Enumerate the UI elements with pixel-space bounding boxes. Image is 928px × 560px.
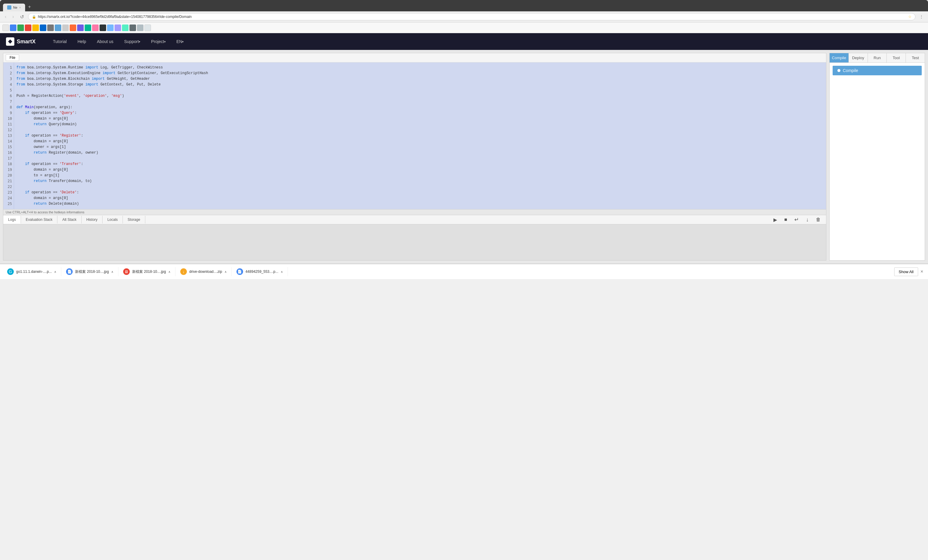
- nav-en[interactable]: EN: [171, 33, 189, 50]
- file-button[interactable]: File: [6, 55, 19, 61]
- nav-about[interactable]: About us: [92, 33, 119, 50]
- line-num-20: 20: [5, 173, 12, 178]
- line-num-2: 2: [5, 70, 12, 76]
- tab-close-btn[interactable]: ×: [19, 6, 21, 9]
- download-arrow-4[interactable]: ∧: [224, 270, 227, 274]
- ext-icon-8: [55, 24, 61, 31]
- tab-storage[interactable]: Storage: [123, 216, 145, 224]
- address-bar[interactable]: 🔒 https://smartx.ont.io/?code=44ce8965ef…: [28, 13, 916, 20]
- step-over-btn[interactable]: ↓: [804, 215, 810, 224]
- nav-help[interactable]: Help: [72, 33, 92, 50]
- nav-tutorial[interactable]: Tutorial: [47, 33, 72, 50]
- app: SmartX Tutorial Help About us Support Pr…: [0, 33, 928, 279]
- tab-favicon: [7, 5, 11, 9]
- download-item-4[interactable]: ↓ drive-download....zip ∧: [176, 267, 232, 276]
- step-into-btn[interactable]: ↵: [792, 215, 801, 224]
- line-num-12: 12: [5, 127, 12, 133]
- browser-chrome: Ne × +: [0, 0, 928, 11]
- download-icon-2: 📄: [66, 268, 73, 275]
- ext-icon-6: [40, 24, 46, 31]
- right-tab-deploy[interactable]: Deploy: [849, 53, 868, 62]
- app-logo[interactable]: SmartX: [6, 37, 35, 46]
- download-name-2: 新檔案 2018-10....jpg: [75, 269, 109, 274]
- lock-icon: 🔒: [32, 15, 36, 19]
- download-arrow-5[interactable]: ∧: [281, 270, 283, 274]
- line-num-4: 4: [5, 82, 12, 88]
- close-downloads-btn[interactable]: ×: [920, 269, 923, 274]
- ext-icon-19: [137, 24, 143, 31]
- reload-btn[interactable]: ↺: [18, 14, 26, 20]
- tab-logs[interactable]: Logs: [3, 216, 21, 224]
- nav-support[interactable]: Support: [119, 33, 146, 50]
- hint-bar: Use CTRL+ALT+H to access the hotkeys inf…: [3, 209, 826, 215]
- line-num-1: 1: [5, 65, 12, 70]
- right-tab-test[interactable]: Test: [906, 53, 925, 62]
- right-tab-tool[interactable]: Tool: [887, 53, 906, 62]
- download-item-1[interactable]: G go1.11.1.darwin-....p... ∧: [5, 267, 61, 276]
- download-arrow-3[interactable]: ∧: [168, 270, 170, 274]
- code-editor[interactable]: from boa.interop.System.Runtime import L…: [14, 62, 826, 209]
- compile-label: Compile: [843, 68, 858, 73]
- ext-icon-12: [85, 24, 91, 31]
- play-btn[interactable]: ▶: [772, 216, 779, 224]
- download-icon-3: 🖼: [123, 268, 130, 275]
- tab-evaluation-stack[interactable]: Evaluation Stack: [21, 216, 57, 224]
- app-nav: SmartX Tutorial Help About us Support Pr…: [0, 33, 928, 50]
- main-content: File 1 2 3 4 5 6 7 8 9 10 11 12 13: [0, 50, 928, 263]
- code-area[interactable]: 1 2 3 4 5 6 7 8 9 10 11 12 13 14 15 16 1: [3, 62, 826, 209]
- right-tab-compile[interactable]: Compile: [830, 53, 849, 62]
- active-tab[interactable]: Ne ×: [3, 4, 25, 11]
- line-num-14: 14: [5, 138, 12, 145]
- nav-links: Tutorial Help About us Support Project E…: [47, 33, 189, 50]
- line-num-5: 5: [5, 88, 12, 93]
- stop-btn[interactable]: ■: [782, 216, 789, 224]
- line-num-15: 15: [5, 145, 12, 150]
- tab-history[interactable]: History: [82, 216, 102, 224]
- logo-text: SmartX: [17, 38, 35, 45]
- line-num-21: 21: [5, 178, 12, 184]
- extension-toolbar: [0, 23, 928, 33]
- extensions-btn[interactable]: ⋮: [918, 14, 925, 20]
- download-item-5[interactable]: 📄 44894259_553....p... ∧: [232, 267, 288, 276]
- right-tab-run[interactable]: Run: [868, 53, 887, 62]
- download-arrow-2[interactable]: ∧: [111, 270, 113, 274]
- back-btn[interactable]: ‹: [3, 14, 8, 20]
- download-arrow-1[interactable]: ∧: [54, 270, 56, 274]
- ext-icon-16: [114, 24, 121, 31]
- downloads-bar: G go1.11.1.darwin-....p... ∧ 📄 新檔案 2018-…: [0, 263, 928, 279]
- bottom-tabs: Logs Evaluation Stack Alt Stack History …: [3, 215, 826, 224]
- download-icon-4: ↓: [180, 268, 187, 275]
- download-name-4: drive-download....zip: [189, 269, 222, 274]
- ext-icon-18: [130, 24, 136, 31]
- tab-locals[interactable]: Locals: [102, 216, 123, 224]
- new-tab-btn[interactable]: +: [25, 2, 34, 11]
- nav-project[interactable]: Project: [146, 33, 171, 50]
- compile-button[interactable]: Compile: [833, 66, 922, 75]
- clear-btn[interactable]: 🗑: [814, 216, 823, 224]
- tab-alt-stack[interactable]: Alt Stack: [57, 216, 81, 224]
- right-tabs: Compile Deploy Run Tool Test: [830, 53, 925, 63]
- show-all-button[interactable]: Show All: [894, 268, 918, 276]
- line-num-13: 13: [5, 133, 12, 138]
- download-item-3[interactable]: 🖼 新檔案 2018-10....jpg ∧: [118, 267, 176, 276]
- download-item-2[interactable]: 📄 新檔案 2018-10....jpg ∧: [61, 267, 118, 276]
- browser-toolbar: ‹ › ↺ 🔒 https://smartx.ont.io/?code=44ce…: [0, 11, 928, 23]
- line-num-22: 22: [5, 184, 12, 190]
- ext-icon-5: [32, 24, 39, 31]
- line-num-9: 9: [5, 110, 12, 116]
- line-num-23: 23: [5, 190, 12, 195]
- line-num-8: 8: [5, 105, 12, 110]
- line-num-6: 6: [5, 93, 12, 99]
- download-name-3: 新檔案 2018-10....jpg: [132, 269, 166, 274]
- download-name-1: go1.11.1.darwin-....p...: [16, 269, 52, 274]
- download-icon-1: G: [7, 268, 14, 275]
- hint-text: Use CTRL+ALT+H to access the hotkeys inf…: [6, 210, 84, 214]
- line-num-11: 11: [5, 122, 12, 127]
- line-num-10: 10: [5, 116, 12, 122]
- ext-icon-1: [2, 24, 9, 31]
- logo-icon: [6, 37, 14, 46]
- star-icon: ☆: [908, 15, 911, 19]
- forward-btn[interactable]: ›: [11, 14, 15, 20]
- line-num-17: 17: [5, 156, 12, 161]
- url-text: https://smartx.ont.io/?code=44ce8965ef9d…: [38, 15, 907, 19]
